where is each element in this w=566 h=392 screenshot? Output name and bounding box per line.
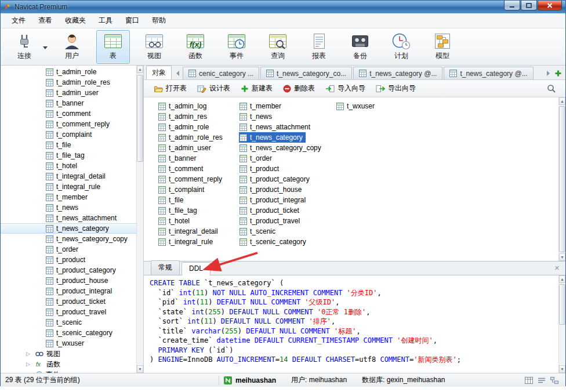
table-item-t_file[interactable]: t_file <box>158 195 186 205</box>
event-button[interactable]: 事件 <box>220 30 253 64</box>
table-item-t_news[interactable]: t_news <box>239 111 275 122</box>
sidebar-table-t_admin_role[interactable]: t_admin_role <box>1 67 136 77</box>
table-item-t_admin_res[interactable]: t_admin_res <box>158 111 210 122</box>
table-item-t_admin_user[interactable]: t_admin_user <box>158 143 214 153</box>
report-button[interactable]: 报表 <box>302 30 336 64</box>
menu-item-window[interactable]: 窗口 <box>119 13 146 28</box>
table-item-t_scenic[interactable]: t_scenic <box>239 226 278 237</box>
table-item-t_product_category[interactable]: t_product_category <box>239 174 313 184</box>
table-item-t_news_category_copy[interactable]: t_news_category_copy <box>239 143 324 153</box>
scroll-down-icon[interactable]: ▼ <box>559 253 565 261</box>
menu-item-view[interactable]: 查看 <box>32 13 59 28</box>
close-button[interactable] <box>538 1 562 10</box>
view-button[interactable]: 视图 <box>137 30 171 64</box>
grid-scrollbar[interactable]: ▲ ▼ <box>558 97 565 261</box>
import-wizard-button[interactable]: 导入向导 <box>321 81 369 96</box>
design-table-button[interactable]: 设计表 <box>193 81 234 96</box>
document-tab-2[interactable]: t_news_category @... <box>353 67 442 79</box>
table-button[interactable]: 表 <box>96 30 130 64</box>
table-item-t_comment[interactable]: t_comment <box>158 164 206 174</box>
menu-item-tools[interactable]: 工具 <box>92 13 119 28</box>
export-wizard-button[interactable]: 导出向导 <box>372 81 420 96</box>
table-item-t_product[interactable]: t_product <box>239 164 282 174</box>
table-item-t_comment_reply[interactable]: t_comment_reply <box>158 174 225 184</box>
model-button[interactable]: 模型 <box>426 30 459 64</box>
sidebar-table-t_scenic[interactable]: t_scenic <box>1 317 136 328</box>
scroll-up-icon[interactable]: ▲ <box>559 97 565 105</box>
info-tab-ddl[interactable]: DDL <box>182 262 211 275</box>
menu-item-file[interactable]: 文件 <box>5 13 32 28</box>
open-table-button[interactable]: 打开表 <box>150 81 191 96</box>
connection-dropdown-icon[interactable] <box>43 43 48 51</box>
document-tab-3[interactable]: t_news_category @... <box>444 67 533 79</box>
scroll-down-icon[interactable]: ▼ <box>559 365 565 373</box>
sidebar-table-t_hotel[interactable]: t_hotel <box>1 161 136 171</box>
scrollbar-thumb[interactable] <box>559 284 565 325</box>
query-button[interactable]: 查询 <box>261 30 295 64</box>
list-view-icon[interactable] <box>538 377 546 384</box>
sidebar-table-t_comment_reply[interactable]: t_comment_reply <box>1 119 136 129</box>
table-item-t_order[interactable]: t_order <box>239 153 275 164</box>
new-table-button[interactable]: 新建表 <box>237 81 277 96</box>
connection-button[interactable]: 连接 <box>8 30 41 64</box>
scrollbar-thumb[interactable] <box>559 106 565 252</box>
maximize-button[interactable] <box>521 1 537 10</box>
sidebar-table-t_integral_detail[interactable]: t_integral_detail <box>1 171 136 182</box>
sidebar-table-t_admin_user[interactable]: t_admin_user <box>1 88 136 98</box>
sidebar-group-functions[interactable]: ▷fx函数 <box>1 359 136 369</box>
table-item-t_member[interactable]: t_member <box>239 101 284 111</box>
new-tab-button[interactable] <box>554 67 563 79</box>
table-item-t_product_integral[interactable]: t_product_integral <box>239 195 309 205</box>
sidebar-table-t_product_integral[interactable]: t_product_integral <box>1 286 136 296</box>
sidebar-table-t_news_category_copy[interactable]: t_news_category_copy <box>1 234 136 244</box>
sidebar-table-t_wxuser[interactable]: t_wxuser <box>1 338 136 349</box>
sidebar-table-t_product_ticket[interactable]: t_product_ticket <box>1 296 136 307</box>
menu-item-favorites[interactable]: 收藏夹 <box>59 13 92 28</box>
schedule-button[interactable]: 计划 <box>384 30 418 64</box>
sidebar-table-t_product[interactable]: t_product <box>1 255 136 265</box>
sidebar-table-t_product_category[interactable]: t_product_category <box>1 265 136 275</box>
user-button[interactable]: 用户 <box>55 30 89 64</box>
table-item-t_news_category[interactable]: t_news_category <box>239 132 306 143</box>
sidebar-table-t_integral_rule[interactable]: t_integral_rule <box>1 182 136 192</box>
sidebar-table-t_order[interactable]: t_order <box>1 244 136 255</box>
menu-item-help[interactable]: 帮助 <box>146 13 172 28</box>
minimize-button[interactable] <box>504 1 520 10</box>
table-item-t_file_tag[interactable]: t_file_tag <box>158 205 200 216</box>
table-item-t_complaint[interactable]: t_complaint <box>158 184 207 195</box>
sidebar-table-t_banner[interactable]: t_banner <box>1 98 136 108</box>
sidebar-table-t_admin_role_res[interactable]: t_admin_role_res <box>1 77 136 88</box>
sidebar-table-t_file[interactable]: t_file <box>1 140 136 150</box>
er-view-icon[interactable] <box>550 377 558 384</box>
grid-view-icon[interactable] <box>525 377 533 384</box>
sidebar-table-t_scenic_category[interactable]: t_scenic_category <box>1 328 136 338</box>
panel-close-icon[interactable]: ✕ <box>554 264 560 272</box>
document-tab-0[interactable]: cenic_category ... <box>183 67 259 79</box>
sidebar-group-views[interactable]: ▷视图 <box>1 349 136 359</box>
table-item-t_product_travel[interactable]: t_product_travel <box>239 216 303 226</box>
tab-objects[interactable]: 对象 <box>146 66 172 79</box>
table-item-t_banner[interactable]: t_banner <box>158 153 199 164</box>
table-item-t_wxuser[interactable]: t_wxuser <box>336 101 378 111</box>
sidebar-table-t_product_travel[interactable]: t_product_travel <box>1 307 136 317</box>
scroll-up-icon[interactable]: ▲ <box>559 275 565 283</box>
sidebar-scrollbar[interactable]: ▲ ▼ <box>136 66 143 373</box>
table-item-t_product_ticket[interactable]: t_product_ticket <box>239 205 302 216</box>
expand-arrow-icon[interactable]: ▷ <box>26 351 32 357</box>
delete-table-button[interactable]: 删除表 <box>279 81 319 96</box>
sidebar-table-t_product_house[interactable]: t_product_house <box>1 275 136 286</box>
scroll-down-icon[interactable]: ▼ <box>137 365 143 373</box>
tab-scroll-right-icon[interactable] <box>544 67 553 79</box>
sidebar-table-t_news_category[interactable]: t_news_category <box>1 223 136 234</box>
table-item-t_admin_role_res[interactable]: t_admin_role_res <box>158 132 226 143</box>
sidebar-table-t_comment[interactable]: t_comment <box>1 108 136 119</box>
backup-button[interactable]: 备份 <box>343 30 377 64</box>
sidebar-table-t_member[interactable]: t_member <box>1 192 136 202</box>
sidebar-table-t_complaint[interactable]: t_complaint <box>1 129 136 140</box>
table-item-t_scenic_category[interactable]: t_scenic_category <box>239 237 309 247</box>
ddl-scrollbar[interactable]: ▲ ▼ <box>558 275 565 373</box>
function-button[interactable]: f(x)函数 <box>179 30 212 64</box>
expand-arrow-icon[interactable]: ▷ <box>26 361 32 367</box>
sidebar-table-t_file_tag[interactable]: t_file_tag <box>1 150 136 161</box>
sidebar-table-t_news[interactable]: t_news <box>1 202 136 213</box>
